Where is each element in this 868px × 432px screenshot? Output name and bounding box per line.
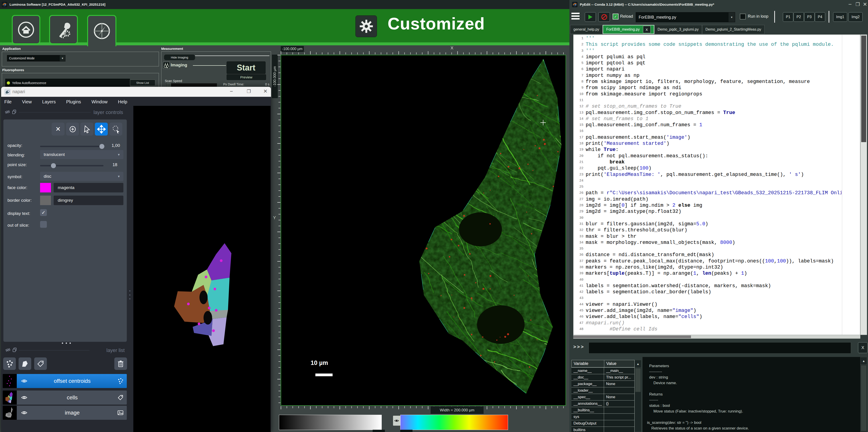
variable-row[interactable]: __loader__ bbox=[571, 387, 634, 394]
editor-vscroll-thumb[interactable] bbox=[861, 36, 866, 142]
code-line[interactable]: 19while True: bbox=[574, 147, 841, 153]
layer-row-offset-centroids[interactable]: offset centroids bbox=[3, 374, 127, 388]
variable-row[interactable]: __builtins__ bbox=[571, 407, 634, 414]
menu-item-layers[interactable]: Layers bbox=[42, 99, 56, 105]
editor-tab-Demo_pqlumi_2_StartImgMeas-py[interactable]: Demo_pqlumi_2_StartImgMeas.py bbox=[702, 25, 765, 34]
code-line[interactable]: 7import numpy as np bbox=[574, 73, 841, 79]
dock-collapse-dots[interactable] bbox=[62, 343, 71, 344]
help-scroll-up[interactable]: ▲ bbox=[860, 357, 867, 365]
colormap-eye-toggle[interactable] bbox=[393, 415, 401, 426]
img-button-img2[interactable]: Img2 bbox=[848, 12, 863, 22]
code-editor[interactable]: 1'''2This script provides some code snip… bbox=[573, 34, 860, 335]
code-line[interactable]: 46viewer.add_labels(labels, name="cells"… bbox=[574, 314, 841, 320]
code-line[interactable]: 21 break bbox=[574, 159, 841, 165]
variables-scrollbar[interactable] bbox=[634, 368, 641, 432]
code-line[interactable]: 37peaks = feature.peak_local_max(distanc… bbox=[574, 258, 841, 264]
run-button[interactable] bbox=[585, 12, 596, 22]
border-color-input[interactable]: dimgrey bbox=[54, 196, 123, 205]
fluorophore-item[interactable]: Yellow Autofluorescence bbox=[5, 79, 130, 87]
page-button-p3[interactable]: P3 bbox=[804, 12, 814, 22]
code-line[interactable]: 47#napari.run() bbox=[574, 320, 841, 326]
display-text-checkbox[interactable]: ✓ bbox=[40, 209, 47, 216]
grayscale-colorbar[interactable] bbox=[279, 415, 382, 430]
code-line[interactable]: 3''' bbox=[574, 48, 841, 54]
run-in-loop-checkbox[interactable] bbox=[740, 13, 746, 20]
editor-tab-Demo_pqdc_3_pqlumi-py[interactable]: Demo_pqdc_3_pqlumi.py bbox=[654, 25, 702, 34]
code-line[interactable]: 14# set num_frames to 1 bbox=[574, 116, 841, 122]
scan-speed-slider[interactable] bbox=[167, 83, 217, 87]
variables-scroll-up[interactable]: ▲ bbox=[634, 360, 641, 368]
napari-canvas[interactable] bbox=[133, 106, 271, 432]
dropdown-arrow-icon[interactable]: ▼ bbox=[728, 12, 735, 22]
application-mode-dropdown[interactable]: Customized Mode ▼ bbox=[7, 55, 65, 61]
layer-visibility-eye-icon[interactable] bbox=[21, 396, 27, 400]
editor-horizontal-scrollbar[interactable] bbox=[573, 335, 860, 339]
tab-settings[interactable] bbox=[49, 15, 78, 44]
code-line[interactable]: 38markers = np.zeros_like(img2d, dtype=n… bbox=[574, 264, 841, 270]
lasso-select-tool[interactable] bbox=[110, 123, 122, 136]
code-line[interactable]: 10from skimage.measure import regionprop… bbox=[574, 91, 841, 97]
menu-hamburger-button[interactable] bbox=[571, 13, 580, 20]
editor-hscroll-thumb[interactable] bbox=[573, 336, 691, 338]
code-line[interactable]: 11 bbox=[574, 97, 841, 103]
add-points-tool[interactable] bbox=[66, 123, 79, 136]
point-size-slider-handle[interactable] bbox=[51, 163, 56, 168]
code-line[interactable]: 40 bbox=[574, 277, 841, 283]
code-line[interactable]: 5import pqtool as pqt bbox=[574, 60, 841, 66]
opacity-slider-handle[interactable] bbox=[99, 144, 104, 149]
new-shapes-layer-button[interactable] bbox=[19, 357, 31, 370]
code-line[interactable]: 13pql.measurement.img_conf.stop_on_num_f… bbox=[574, 110, 841, 116]
code-line[interactable]: 34mask = morphology.remove_small_objects… bbox=[574, 239, 841, 246]
select-points-tool[interactable] bbox=[81, 123, 93, 136]
code-line[interactable]: 8from skimage import io, filters, morpho… bbox=[574, 79, 841, 85]
delete-points-tool[interactable]: ✕ bbox=[52, 123, 64, 136]
code-line[interactable]: 45viewer.add_image(img2d, name="image") bbox=[574, 308, 841, 314]
page-button-p1[interactable]: P1 bbox=[783, 12, 793, 22]
dock-splitter-handle[interactable] bbox=[129, 290, 131, 299]
layer-visibility-eye-icon[interactable] bbox=[21, 379, 27, 383]
code-line[interactable]: 42labels = segmentation.clear_border(lab… bbox=[574, 289, 841, 295]
code-line[interactable]: 48 #Define cell Ids bbox=[574, 326, 841, 332]
page-button-p4[interactable]: P4 bbox=[815, 12, 825, 22]
page-button-p2[interactable]: P2 bbox=[794, 12, 804, 22]
code-line[interactable]: 39markers[tuple(peaks.T)] = np.arange(1,… bbox=[574, 270, 841, 277]
help-scrollbar[interactable] bbox=[860, 365, 867, 432]
code-line[interactable]: 17pql.measurement.start_meas('image') bbox=[574, 135, 841, 141]
variable-row[interactable]: __doc__This script pr... bbox=[571, 374, 634, 381]
editor-vertical-scrollbar[interactable] bbox=[860, 34, 867, 335]
console-close-button[interactable]: X bbox=[858, 342, 868, 353]
code-line[interactable]: 16 bbox=[574, 128, 841, 134]
code-line[interactable]: 31blur = filters.gaussian(img2d, sigma=5… bbox=[574, 221, 841, 227]
layer-row-image[interactable]: image bbox=[3, 406, 127, 420]
variable-row[interactable]: builtins bbox=[571, 427, 634, 432]
opacity-slider[interactable] bbox=[40, 146, 103, 147]
banner-gear-button[interactable] bbox=[355, 16, 377, 37]
napari-title-bar[interactable]: napari − ❐ ✕ bbox=[1, 87, 271, 97]
code-line[interactable]: 4import pqlumi as pql bbox=[574, 54, 841, 60]
menu-item-file[interactable]: File bbox=[4, 99, 11, 105]
menu-item-help[interactable]: Help bbox=[118, 99, 127, 105]
show-list-button[interactable]: Show List bbox=[130, 80, 155, 86]
code-line[interactable]: 15pql.measurement.img_conf.num_frames = … bbox=[574, 122, 841, 128]
code-line[interactable]: 33mask = blur > thr bbox=[574, 233, 841, 239]
code-line[interactable]: 12# set stop_on_num_frames to True bbox=[574, 103, 841, 110]
face-color-input[interactable]: magenta bbox=[54, 183, 123, 193]
microscope-image-canvas[interactable]: 10 µm bbox=[281, 55, 566, 406]
script-selector-dropdown[interactable]: ForEBIB_meeting.py ▼ bbox=[636, 12, 735, 22]
eye-slash-icon[interactable] bbox=[5, 348, 10, 352]
scan-speed-slider-handle[interactable] bbox=[167, 83, 171, 87]
code-line[interactable]: 23print('ElapsedMeasTime: ', pql.measure… bbox=[574, 172, 841, 178]
eye-slash-icon[interactable] bbox=[5, 110, 10, 114]
value-col-header[interactable]: Value bbox=[604, 360, 635, 367]
border-color-swatch[interactable] bbox=[40, 196, 51, 205]
menu-item-window[interactable]: Window bbox=[91, 99, 107, 105]
duplicate-icon[interactable] bbox=[12, 347, 17, 352]
editor-tab-general_help-py[interactable]: general_help.py bbox=[570, 25, 603, 34]
napari-maximize-button[interactable]: ❐ bbox=[247, 89, 251, 94]
code-line[interactable]: 43 bbox=[574, 295, 841, 301]
code-line[interactable]: 27img = io.imread(path) bbox=[574, 196, 841, 202]
variable-row[interactable]: __annotations__{} bbox=[571, 401, 634, 407]
pyedit-maximize-button[interactable]: ❐ bbox=[856, 2, 860, 7]
variables-scroll-thumb[interactable] bbox=[635, 368, 641, 392]
rainbow-colorbar[interactable] bbox=[400, 415, 508, 430]
